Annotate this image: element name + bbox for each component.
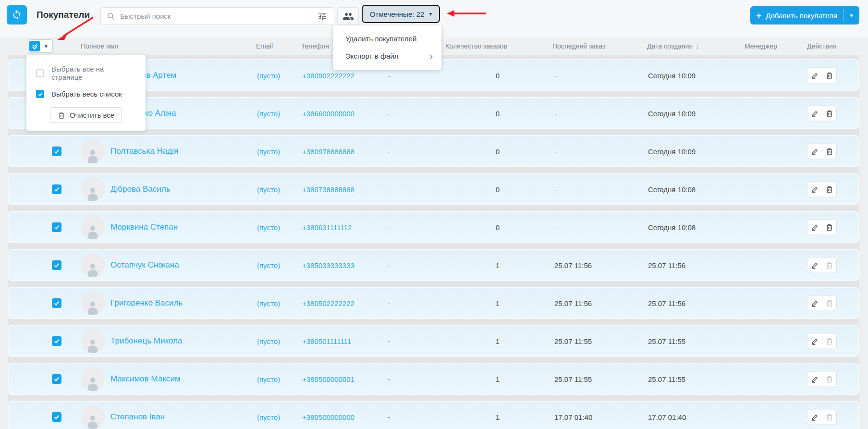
email-link[interactable]: (пусто) [257,185,280,193]
person-icon [85,261,101,277]
full-name-link[interactable]: Остапчук Сніжана [110,260,179,270]
email-link[interactable]: (пусто) [257,337,280,345]
phone-link[interactable]: +380902222222 [302,71,355,79]
full-name-link[interactable]: Максимов Максим [110,374,180,384]
clear-all-button[interactable]: Очистить все [50,107,122,123]
delete-button[interactable] [822,68,837,83]
avatar [81,367,105,391]
row-actions [807,371,837,387]
menu-item-export-to-file[interactable]: Экспорт в файл › [333,47,441,65]
search-input[interactable] [119,12,310,21]
email-link[interactable]: (пусто) [257,261,280,269]
header-phone[interactable]: Телефон [301,37,329,55]
avatar [81,329,105,353]
email-link[interactable]: (пусто) [257,223,280,231]
row-actions [807,143,837,159]
menu-item-delete-customers[interactable]: Удалить покупателей [333,30,441,47]
header-full-name[interactable]: Полное имя [81,37,118,55]
edit-button[interactable] [807,220,822,234]
phone-link[interactable]: +380631111112 [302,223,352,231]
add-customer-button[interactable]: + Добавить покупателя ▼ [750,6,859,25]
phone-link[interactable]: +385033333333 [302,261,355,269]
delete-button[interactable] [822,409,837,424]
checkbox-checked[interactable] [36,90,44,98]
full-name-link[interactable]: Трибонець Микола [110,336,182,346]
full-name-link[interactable]: Морквина Степан [110,222,178,232]
email-link[interactable]: (пусто) [257,299,280,307]
trash-icon [58,111,65,119]
email-link[interactable]: (пусто) [257,109,280,117]
menu-item-select-page[interactable]: Выбрать все на странице [26,61,146,86]
full-name-link[interactable]: Степанов Іван [110,412,165,422]
phone-link[interactable]: +380502222222 [302,299,355,307]
created-cell: 25.07 11:55 [648,375,685,383]
delete-button[interactable] [822,295,837,310]
row-actions [807,105,837,121]
chevron-down-icon: ▼ [849,13,854,18]
plus-icon: + [756,11,761,20]
select-all-dropdown[interactable]: ▼ [28,39,53,53]
customers-groups-button[interactable] [337,7,359,25]
phone-link[interactable]: +386600000000 [302,109,355,117]
row-checkbox[interactable] [52,298,61,308]
edit-button[interactable] [807,144,822,159]
check-icon [53,414,60,420]
header-orders-count[interactable]: Количество заказов [445,37,507,55]
edit-button[interactable] [807,409,822,424]
sort-desc-icon: ↓ [696,42,699,50]
header-last-order[interactable]: Последний заказ [552,37,606,55]
phone-link[interactable]: +380738888888 [302,185,355,193]
delete-button[interactable] [822,333,837,348]
edit-button[interactable] [807,182,822,196]
created-cell: 25.07 11:56 [648,299,685,307]
orders-cell: 0 [488,147,507,155]
add-customer-caret[interactable]: ▼ [844,13,859,18]
last-order-cell: - [554,147,557,155]
row-checkbox[interactable] [52,336,61,346]
phone-link[interactable]: +380978888888 [302,147,355,155]
row-checkbox[interactable] [52,222,61,232]
row-checkbox[interactable] [52,184,61,194]
checkbox-unchecked[interactable] [36,69,44,77]
edit-button[interactable] [807,333,822,348]
chevron-right-icon: › [430,51,433,61]
full-name-link[interactable]: Григоренко Василь [110,298,183,308]
row-checkbox[interactable] [52,147,61,156]
full-name-link[interactable]: Полтавська Надія [110,147,178,156]
add-customer-main[interactable]: + Добавить покупателя [750,11,843,20]
row-checkbox[interactable] [52,260,61,270]
delete-button[interactable] [822,220,837,234]
chevron-down-icon: ▼ [40,44,52,49]
marked-dropdown-button[interactable]: Отмеченные: 22 ▾ [362,5,440,23]
edit-button[interactable] [807,106,822,121]
person-icon [85,375,101,391]
email-link[interactable]: (пусто) [257,413,280,421]
row-checkbox[interactable] [52,374,61,384]
delete-button[interactable] [822,144,837,159]
select-all-checkbox[interactable] [29,41,40,51]
last-order-cell: 25.07 11:55 [554,337,592,345]
delete-button[interactable] [822,106,837,121]
email-link[interactable]: (пусто) [257,147,280,155]
email-link[interactable]: (пусто) [257,375,280,383]
edit-button[interactable] [807,257,822,272]
row-checkbox[interactable] [52,412,61,422]
avatar [81,177,105,201]
search-filter-button[interactable] [310,8,334,25]
header-email[interactable]: Email [256,37,273,55]
delete-button[interactable] [822,257,837,272]
edit-button[interactable] [807,371,822,386]
refresh-button[interactable] [7,5,27,25]
phone-link[interactable]: +380501111111 [302,337,351,345]
full-name-link[interactable]: Діброва Василь [110,184,171,194]
phone-link[interactable]: +380500000000 [302,413,355,421]
header-manager[interactable]: Менеджер [745,37,777,55]
email-link[interactable]: (пусто) [257,71,280,79]
delete-button[interactable] [822,182,837,196]
phone-link[interactable]: +380500000001 [302,375,355,383]
delete-button[interactable] [822,371,837,386]
edit-button[interactable] [807,68,822,83]
edit-button[interactable] [807,295,822,310]
header-created-date[interactable]: Дата создания↓ [647,37,699,55]
menu-item-select-list[interactable]: Выбрать весь список [26,86,146,102]
